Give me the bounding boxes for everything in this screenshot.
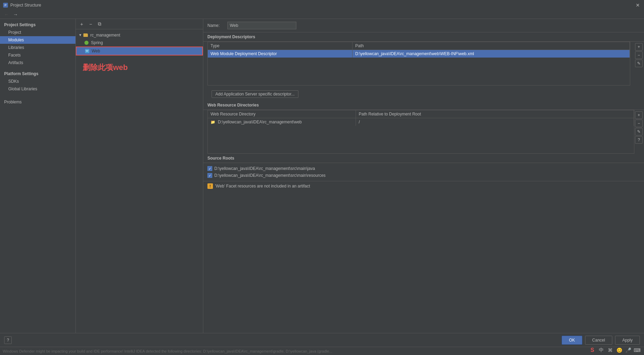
apply-button[interactable]: Apply — [615, 336, 640, 345]
dd-add-button[interactable]: + — [635, 43, 643, 51]
sougou-emoji-icon: 😊 — [615, 346, 623, 354]
app-icon: P — [3, 2, 8, 8]
tree-item-spring[interactable]: Spring — [76, 39, 203, 47]
dd-edit-button[interactable]: ✎ — [635, 60, 643, 67]
sidebar-item-artifacts[interactable]: Artifacts — [0, 59, 75, 67]
wr-table: Web Resource Directory Path Relative to … — [207, 110, 634, 154]
main-content: Project Settings Project Modules Librari… — [0, 19, 644, 333]
wr-edit-button[interactable]: ✎ — [635, 128, 643, 135]
tree-panel: + − ⧉ ▼ rc_management S — [76, 19, 203, 333]
dd-path-cell: D:\yellowcan_java\IDEA\rc_management\web… — [352, 50, 630, 58]
source-root-0-path: D:\yellowcan_java\IDEA\rc_management\src… — [214, 166, 315, 171]
deployment-descriptors-section: Type Path Web Module Deployment Descript… — [203, 42, 644, 88]
warning-row: ! 'Web' Facet resources are not included… — [203, 181, 644, 191]
cancel-button[interactable]: Cancel — [585, 336, 612, 345]
sidebar-item-sdks[interactable]: SDKs — [0, 78, 75, 85]
wr-dir-cell: 📁 D:\yellowcan_java\IDEA\rc_management\w… — [208, 118, 356, 126]
sougou-s-icon: S — [588, 346, 596, 354]
dd-remove-button[interactable]: − — [635, 51, 643, 59]
wr-row-0[interactable]: 📁 D:\yellowcan_java\IDEA\rc_management\w… — [208, 118, 634, 126]
checkbox-0[interactable]: ✓ — [207, 166, 212, 171]
close-button[interactable]: ✕ — [634, 2, 641, 9]
bottom-bar: ? OK Cancel Apply — [0, 333, 644, 347]
web-icon: W — [85, 48, 90, 54]
warning-text: 'Web' Facet resources are not included i… — [215, 184, 310, 189]
remove-module-button[interactable]: − — [87, 20, 94, 28]
tree-content: ▼ rc_management Spring W — [76, 29, 203, 333]
ok-button[interactable]: OK — [562, 336, 582, 345]
source-root-0: ✓ D:\yellowcan_java\IDEA\rc_management\s… — [207, 165, 640, 172]
dd-empty-space — [208, 58, 630, 85]
tree-item-web[interactable]: W Web — [76, 47, 203, 55]
dd-path-header: Path — [352, 42, 630, 50]
sougou-zh-icon[interactable]: 中 — [597, 346, 605, 354]
source-roots-header: Source Roots — [203, 154, 644, 163]
name-input[interactable] — [227, 22, 296, 29]
wr-path-cell: / — [356, 118, 634, 126]
sidebar-item-problems[interactable]: Problems — [0, 98, 75, 106]
project-structure-window: P Project Structure ✕ ← → Project Settin… — [0, 0, 644, 355]
wr-empty-space — [208, 126, 634, 153]
sougou-punc-icon: ⌘ — [606, 346, 614, 354]
name-row: Name: — [203, 19, 644, 32]
add-descriptor-button[interactable]: Add Application Server specific descript… — [212, 90, 298, 98]
svg-text:P: P — [4, 3, 7, 7]
expand-arrow: ▼ — [79, 33, 83, 37]
title-bar: P Project Structure ✕ — [0, 0, 644, 10]
back-button[interactable]: ← — [3, 11, 10, 18]
add-descriptor-wrapper: Add Application Server specific descript… — [203, 88, 644, 101]
sidebar-item-facets[interactable]: Facets — [0, 51, 75, 59]
source-root-1-path: D:\yellowcan_java\IDEA\rc_management\src… — [214, 173, 326, 178]
source-roots-area: ✓ D:\yellowcan_java\IDEA\rc_management\s… — [203, 163, 644, 181]
wr-add-button[interactable]: + — [635, 111, 643, 119]
dd-type-header: Type — [208, 42, 352, 50]
sidebar-item-project[interactable]: Project — [0, 29, 75, 36]
tree-spring-label: Spring — [91, 40, 103, 45]
add-module-button[interactable]: + — [78, 20, 85, 28]
platform-settings-heading: Platform Settings — [0, 67, 75, 78]
right-panel: Name: Deployment Descriptors Type Path — [203, 19, 644, 333]
sougou-mic-icon: 🎤 — [624, 346, 632, 354]
annotation-text: 删除此项web — [76, 55, 203, 80]
dd-row-0[interactable]: Web Module Deployment Descriptor D:\yell… — [208, 50, 630, 58]
sidebar-item-global-libraries[interactable]: Global Libraries — [0, 85, 75, 93]
copy-module-button[interactable]: ⧉ — [96, 20, 103, 28]
dd-table-area: Type Path Web Module Deployment Descript… — [203, 42, 634, 88]
wr-remove-button[interactable]: − — [635, 120, 643, 127]
warning-icon: ! — [207, 183, 213, 189]
dd-type-cell: Web Module Deployment Descriptor — [208, 50, 352, 58]
wr-side-buttons: + − ✎ ? — [634, 110, 644, 154]
source-root-1: ✓ D:\yellowcan_java\IDEA\rc_management\s… — [207, 172, 640, 179]
tree-root-item[interactable]: ▼ rc_management — [76, 31, 203, 39]
wr-table-area: Web Resource Directory Path Relative to … — [203, 110, 634, 154]
status-text: Windows Defender might be impacting your… — [3, 349, 332, 353]
help-button[interactable]: ? — [4, 336, 12, 344]
tree-root-label: rc_management — [90, 33, 120, 38]
dd-table-header: Type Path — [208, 42, 630, 50]
sidebar-item-libraries[interactable]: Libraries — [0, 44, 75, 51]
window-title: Project Structure — [10, 3, 634, 8]
folder-icon — [83, 32, 89, 38]
tree-web-label: Web — [92, 49, 100, 53]
checkbox-1[interactable]: ✓ — [207, 173, 212, 178]
folder-icon-wr: 📁 — [211, 120, 215, 124]
bottom-left: ? — [4, 336, 12, 344]
right-panel-inner: Name: Deployment Descriptors Type Path — [203, 19, 644, 333]
sougou-kb-icon: ⌨ — [633, 346, 641, 354]
deployment-descriptors-header: Deployment Descriptors — [203, 32, 644, 42]
nav-bar: ← → — [0, 10, 644, 19]
wr-dir-header: Web Resource Directory — [208, 110, 356, 118]
name-label: Name: — [207, 23, 225, 28]
tree-toolbar: + − ⧉ — [76, 19, 203, 29]
wr-table-header: Web Resource Directory Path Relative to … — [208, 110, 634, 118]
web-resource-header: Web Resource Directories — [203, 101, 644, 110]
dd-table: Type Path Web Module Deployment Descript… — [207, 42, 630, 85]
sidebar-item-modules[interactable]: Modules — [0, 36, 75, 44]
bottom-right: OK Cancel Apply — [562, 336, 640, 345]
forward-button[interactable]: → — [12, 11, 19, 18]
wr-path-header: Path Relative to Deployment Root — [356, 110, 634, 118]
spring-icon — [84, 40, 90, 45]
project-settings-heading: Project Settings — [0, 19, 75, 29]
status-bar: Windows Defender might be impacting your… — [0, 347, 644, 355]
wr-help-button[interactable]: ? — [635, 136, 643, 144]
